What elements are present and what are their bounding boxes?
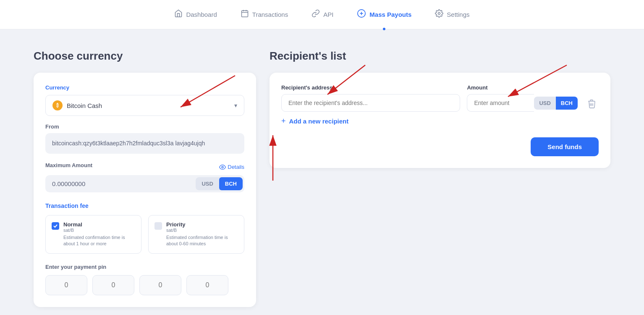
- recipients-list-title: Recipient's list: [270, 50, 610, 63]
- right-panel: Recipient's list Recipient's address Amo…: [270, 50, 610, 307]
- nav-label-api: API: [323, 11, 333, 18]
- fee-priority-unit: sat/B: [166, 228, 238, 233]
- recipient-row-header: Recipient's address Amount USD BCH: [281, 84, 599, 112]
- fee-normal-desc: Estimated confirmation time is about 1 h…: [63, 234, 135, 247]
- address-col-header: Recipient's address: [281, 84, 460, 91]
- chevron-down-icon: ▾: [234, 102, 237, 109]
- eye-icon: [219, 164, 226, 171]
- nav-item-dashboard[interactable]: Dashboard: [173, 9, 218, 20]
- navbar: Dashboard Transactions API: [0, 0, 644, 29]
- fee-priority-type: Priority: [166, 221, 238, 228]
- bch-badge[interactable]: BCH: [556, 97, 578, 110]
- max-amount-label: Maximum Amount: [45, 162, 92, 168]
- currency-card: Currency ₿ Bitcoin Cash ▾ From bitcoinca…: [34, 73, 256, 307]
- from-label: From: [45, 123, 244, 130]
- tx-fee-label: Transaction fee: [45, 202, 244, 209]
- nav-item-transactions[interactable]: Transactions: [239, 9, 290, 20]
- amount-col-header: Amount: [467, 84, 578, 91]
- recipient-amount-input[interactable]: [467, 94, 534, 112]
- choose-currency-title: Choose currency: [34, 50, 256, 63]
- pin-label: Enter your payment pin: [45, 264, 244, 270]
- main-content: Choose currency Currency ₿ Bitcoin Cash …: [0, 29, 644, 315]
- max-amount-value[interactable]: [45, 175, 194, 192]
- add-recipient-btn[interactable]: + Add a new recipient: [281, 117, 348, 126]
- nav-label-settings: Settings: [447, 11, 469, 18]
- home-icon: [174, 9, 183, 20]
- usd-badge[interactable]: USD: [534, 97, 555, 110]
- recipients-card: Recipient's address Amount USD BCH: [270, 73, 610, 168]
- pin-input-3[interactable]: [139, 275, 181, 295]
- bch-currency-icon: ₿: [52, 100, 63, 110]
- send-funds-btn[interactable]: Send funds: [531, 137, 599, 156]
- left-panel: Choose currency Currency ₿ Bitcoin Cash …: [34, 50, 256, 307]
- nav-label-dashboard: Dashboard: [186, 11, 217, 18]
- transactions-icon: [241, 9, 249, 20]
- pin-input-2[interactable]: [92, 275, 134, 295]
- max-amount-input-group: USD BCH: [45, 175, 244, 192]
- amount-currency-badges: USD BCH: [534, 97, 578, 110]
- fee-normal-unit: sat/B: [63, 228, 135, 233]
- fee-normal-type: Normal: [63, 221, 135, 228]
- fee-priority-card[interactable]: Priority sat/B Estimated confirmation ti…: [148, 215, 244, 254]
- nav-label-mass-payouts: Mass Payouts: [369, 11, 411, 18]
- svg-point-8: [222, 166, 223, 168]
- pin-input-4[interactable]: [186, 275, 228, 295]
- nav-item-mass-payouts[interactable]: Mass Payouts: [355, 9, 413, 20]
- settings-icon: [435, 9, 443, 20]
- api-icon: [312, 9, 320, 20]
- nav-label-transactions: Transactions: [252, 11, 288, 18]
- plus-icon: +: [281, 117, 286, 126]
- pin-inputs: [45, 275, 244, 295]
- mass-payouts-icon: [357, 9, 366, 20]
- nav-item-api[interactable]: API: [310, 9, 335, 20]
- recipient-address-input[interactable]: [281, 94, 460, 112]
- pin-input-1[interactable]: [45, 275, 87, 295]
- fee-priority-desc: Estimated confirmation time is about 0-6…: [166, 234, 238, 247]
- from-address: bitcoincash:qzy6t3ktlaaep2h7h2fmladquc3s…: [45, 133, 244, 154]
- currency-label: Currency: [45, 84, 244, 91]
- usd-toggle-btn[interactable]: USD: [196, 177, 219, 190]
- delete-recipient-btn[interactable]: [584, 96, 599, 112]
- currency-value: Bitcoin Cash: [67, 102, 102, 109]
- fee-options: Normal sat/B Estimated confirmation time…: [45, 215, 244, 254]
- bch-toggle-btn[interactable]: BCH: [219, 177, 243, 190]
- details-link[interactable]: Details: [219, 164, 244, 171]
- svg-rect-0: [241, 10, 248, 17]
- nav-item-settings[interactable]: Settings: [433, 9, 471, 20]
- amount-currency-toggle: USD BCH: [196, 177, 243, 190]
- fee-normal-checkbox: [52, 222, 59, 230]
- currency-select[interactable]: ₿ Bitcoin Cash ▾: [45, 95, 244, 116]
- svg-point-7: [438, 13, 440, 15]
- fee-priority-checkbox: [154, 222, 162, 230]
- fee-normal-card[interactable]: Normal sat/B Estimated confirmation time…: [45, 215, 141, 254]
